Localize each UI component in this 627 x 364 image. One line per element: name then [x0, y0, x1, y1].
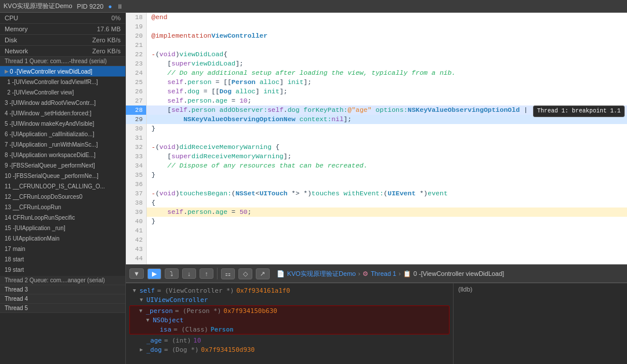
var-name: NSObject	[153, 316, 183, 324]
thread-frame-3[interactable]: 3 -[UIWindow addRootViewContr...]	[0, 97, 125, 108]
debug-item-isa[interactable]: isa = (Class) Person	[130, 325, 449, 334]
debug-item-person[interactable]: ▼ _person = (Person *) 0x7f934150b630	[130, 306, 449, 315]
line-num-43: 43	[126, 245, 146, 254]
code-line-21	[147, 41, 627, 50]
thread-frame-12[interactable]: 12 __CFRunLoopDoSources0	[0, 191, 125, 202]
expand-icon	[153, 326, 156, 332]
thread-frame-14[interactable]: 14 CFRunLoopRunSpecific	[0, 212, 125, 223]
expand-icon	[140, 337, 143, 343]
thread-frame-6[interactable]: 6 -[UIApplication _callInitializatio...]	[0, 129, 125, 139]
debug-item-age[interactable]: _age = (int) 10	[126, 336, 453, 345]
var-name: self	[139, 287, 155, 294]
line-num-29: 29	[126, 115, 146, 124]
code-line-26: self.dog = [[Dog alloc] init];	[147, 87, 627, 96]
code-line-27: self.person.age = 10;	[147, 96, 627, 105]
debug-item-uivc[interactable]: ▼ UIViewController	[126, 295, 453, 304]
line-num-34: 34	[126, 161, 146, 170]
code-line-33: [super didReceiveMemoryWarning];	[147, 152, 627, 161]
frame-label: 3 -[UIWindow addRootViewContr...]	[5, 100, 96, 106]
breadcrumb: 📄 KVO实现原理验证Demo › ⚙ Thread 1 › 📋 0 -[Vie…	[277, 270, 504, 278]
thread-frame-5[interactable]: 5 -[UIWindow makeKeyAndVisible]	[0, 118, 125, 129]
code-line-18: @end	[147, 13, 627, 22]
thread-frame-10[interactable]: 10 -[FBSSerialQueue _performNe...]	[0, 170, 125, 181]
line-num-33: 33	[126, 152, 146, 161]
code-editor[interactable]: 18 19 20 21 22 23 24 25 26 27 28 29 30 3…	[126, 13, 627, 264]
thread-frame-0[interactable]: ▶ 0 -[ViewController viewDidLoad]	[0, 66, 125, 77]
debug-item-self[interactable]: ▼ self = (ViewController *) 0x7f934161a1…	[126, 286, 453, 295]
line-num-32: 32	[126, 143, 146, 152]
frame-label: 14 CFRunLoopRunSpecific	[5, 214, 75, 221]
line-num-18: 18	[126, 13, 146, 22]
breadcrumb-frame[interactable]: 0 -[ViewController viewDidLoad]	[414, 270, 504, 277]
thread-frame-19[interactable]: 19 start	[0, 264, 125, 275]
line-num-23: 23	[126, 59, 146, 68]
code-line-31	[147, 133, 627, 143]
frame-label: 15 -[UIApplication _run]	[5, 225, 66, 231]
line-num-37: 37	[126, 189, 146, 198]
frame-label: 7 -[UIApplication _runWithMainSc...]	[5, 141, 98, 148]
step-over-btn[interactable]: ⤵	[165, 268, 179, 279]
network-label: Network	[5, 48, 28, 54]
step-into-btn[interactable]: ↓	[182, 268, 196, 279]
share-btn[interactable]: ↗	[256, 268, 270, 279]
thread-frame-9[interactable]: 9 -[FBSSerialQueue _performNext]	[0, 160, 125, 170]
dropdown-btn[interactable]: ▼	[129, 268, 144, 279]
breadcrumb-sep-1: ›	[358, 270, 360, 277]
content-area: CPU 0% Memory 17.6 MB Disk Zero KB/s Net…	[0, 13, 627, 364]
code-line-35: }	[147, 170, 627, 180]
cpu-label: CPU	[5, 14, 18, 21]
thread4-header: Thread 4	[0, 294, 125, 304]
debug-panel: ▼ self = (ViewController *) 0x7f934161a1…	[126, 283, 627, 364]
var-name: _age	[146, 337, 162, 344]
var-name: _dog	[146, 346, 162, 354]
column-btn[interactable]: ⚏	[221, 268, 235, 279]
continue-btn[interactable]: ▶	[147, 268, 161, 279]
code-line-41	[147, 226, 627, 235]
expand-icon: ▼	[139, 308, 142, 314]
thread-frame-15[interactable]: 15 -[UIApplication _run]	[0, 223, 125, 233]
frame-label: 5 -[UIWindow makeKeyAndVisible]	[5, 121, 94, 127]
line-num-39: 39	[126, 208, 146, 217]
debug-item-dog[interactable]: ▶ _dog = (Dog *) 0x7f934150d930	[126, 345, 453, 354]
code-line-30: }	[147, 124, 627, 133]
frame-label: 4 -[UIWindow _setHidden:forced:]	[5, 110, 92, 117]
thread-frame-16[interactable]: 16 UIApplicationMain	[0, 233, 125, 243]
code-line-24: // Do any additional setup after loading…	[147, 68, 627, 78]
code-line-20: @implementation ViewController	[147, 31, 627, 41]
line-num-31: 31	[126, 133, 146, 143]
thread-frame-11[interactable]: 11 __CFRUNLOOP_IS_CALLING_O...	[0, 181, 125, 191]
sidebar: CPU 0% Memory 17.6 MB Disk Zero KB/s Net…	[0, 13, 126, 364]
thread1-header: Thread 1 Queue: com.....-thread (serial)	[0, 57, 125, 66]
thread-frame-7[interactable]: 7 -[UIApplication _runWithMainSc...]	[0, 139, 125, 150]
status-icon: ●	[108, 3, 112, 10]
thread-frame-4[interactable]: 4 -[UIWindow _setHidden:forced:]	[0, 108, 125, 118]
code-line-45: @end	[147, 263, 627, 264]
breadcrumb-thread[interactable]: Thread 1	[371, 270, 396, 277]
thread-frame-18[interactable]: 18 start	[0, 254, 125, 264]
thread-frame-13[interactable]: 13 __CFRunLoopRun	[0, 202, 125, 212]
step-out-btn[interactable]: ↑	[200, 268, 213, 279]
thread5-header: Thread 5	[0, 304, 125, 313]
thread-frame-8[interactable]: 8 -[UIApplication workspaceDidE...]	[0, 150, 125, 160]
var-value: 0x7f934150d930	[201, 346, 255, 354]
line-num-28: 28	[126, 105, 146, 115]
expand-icon: ▼	[133, 287, 136, 293]
line-num-42: 42	[126, 235, 146, 245]
thread-frame-17[interactable]: 17 main	[0, 243, 125, 254]
line-num-24: 24	[126, 68, 146, 78]
breadcrumb-app[interactable]: KVO实现原理验证Demo	[287, 270, 356, 278]
frame-label: 18 start	[5, 256, 24, 263]
line-num-35: 35	[126, 170, 146, 180]
thread-frame-1[interactable]: 1 -[UIViewController loadViewIfR...]	[0, 77, 125, 87]
line-num-41: 41	[126, 226, 146, 235]
thread-frame-2[interactable]: 2 -[UIViewController view]	[0, 87, 125, 97]
line-num-22: 22	[126, 50, 146, 59]
frame-label: 2 -[UIViewController view]	[8, 89, 74, 96]
frame-label: 0 -[ViewController viewDidLoad]	[10, 68, 92, 75]
code-line-37: - (void)touchesBegan:(NSSet<UITouch *> *…	[147, 189, 627, 198]
inspect-btn[interactable]: ◇	[238, 268, 252, 279]
arrow-icon: ▶	[5, 68, 9, 74]
expand-icon: ▶	[140, 347, 143, 352]
line-num-30: 30	[126, 124, 146, 133]
debug-item-nsobject[interactable]: ▼ NSObject	[130, 315, 449, 325]
